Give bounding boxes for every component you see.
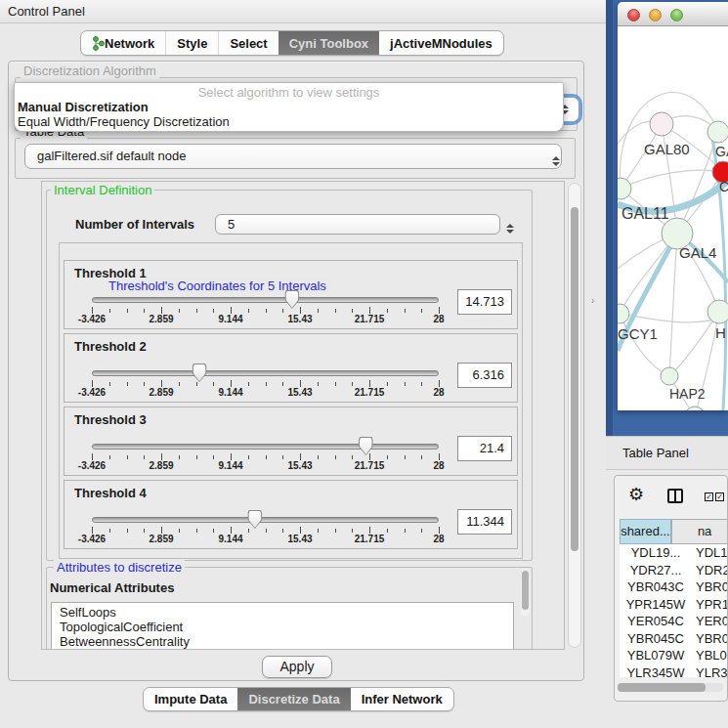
attributes-scrollbar[interactable]	[521, 569, 530, 616]
table-row[interactable]: YBL079WYBL0	[620, 647, 728, 664]
threshold-value-field[interactable]: 21.4	[457, 436, 512, 461]
threshold-value-field[interactable]: 11.344	[457, 509, 512, 535]
tab-label: Style	[177, 36, 207, 51]
network-edge[interactable]	[620, 314, 669, 376]
table-data-combobox[interactable]: galFiltered.sif default node	[24, 144, 562, 169]
scale-label: -3.426	[78, 314, 106, 324]
threshold-value-field[interactable]: 14.713	[457, 289, 512, 315]
tick-mark	[196, 382, 197, 386]
table-cell[interactable]: YER0	[692, 613, 728, 630]
column-header[interactable]: shared...	[620, 519, 671, 544]
table-cell[interactable]: YPR145W	[620, 596, 692, 614]
table-row[interactable]: YBR043CYBR0	[620, 578, 728, 596]
slider-thumb[interactable]	[359, 437, 373, 455]
node-label: GAL80	[644, 141, 690, 157]
scrollbar-thumb[interactable]	[618, 683, 706, 692]
network-canvas-svg[interactable]: GAL80GACGAL11GAL4GCY1HHAP2	[618, 26, 728, 410]
table-cell[interactable]: YDR27...	[620, 562, 692, 579]
column-settings-icon[interactable]	[667, 489, 683, 503]
tab-cyni-toolbox[interactable]: Cyni Toolbox	[278, 31, 379, 55]
tab-jactivemnodules[interactable]: jActiveMNodules	[379, 31, 503, 55]
table-cell[interactable]: YBL0	[692, 647, 728, 664]
popup-option-manual-discretization[interactable]: Manual Discretization	[15, 100, 563, 114]
table-cell[interactable]: YLR345W	[620, 664, 692, 678]
table-cell[interactable]: YER054C	[620, 613, 692, 630]
slider-ticks	[92, 379, 439, 387]
popup-option-equal-width-frequency-discretization[interactable]: Equal Width/Frequency Discretization	[15, 114, 563, 129]
tick-mark	[231, 453, 232, 460]
table-cell[interactable]: YLR3	[692, 664, 728, 678]
tab-label: Cyni Toolbox	[289, 36, 368, 51]
slider-thumb[interactable]	[247, 510, 262, 529]
tick-mark	[179, 382, 180, 386]
network-node[interactable]	[685, 407, 705, 410]
table-cell[interactable]: YDL1	[692, 544, 728, 562]
scrollbar-thumb[interactable]	[571, 207, 578, 551]
tick-mark	[196, 529, 197, 533]
table-row[interactable]: YDR27...YDR2	[620, 562, 728, 579]
threshold-slider[interactable]: -3.4262.8599.14415.4321.71528	[92, 367, 439, 399]
network-edge[interactable]	[669, 234, 677, 376]
table-cell[interactable]: YBR0	[692, 578, 728, 596]
tick-mark	[282, 529, 283, 533]
tab-style[interactable]: Style	[165, 31, 218, 55]
tab-bar: NetworkStyleSelectCyni ToolboxjActiveMNo…	[80, 30, 504, 56]
table-cell[interactable]: YBR0	[692, 630, 728, 648]
table-cell[interactable]: YDL19...	[620, 544, 692, 562]
network-node-gcy1[interactable]	[618, 304, 629, 323]
network-node-h[interactable]	[707, 300, 728, 323]
splitter-handle-icon[interactable]: ›	[591, 295, 594, 306]
threshold-slider[interactable]: -3.4262.8599.14415.4321.71528	[92, 514, 439, 545]
close-traffic-light-icon[interactable]	[627, 9, 640, 21]
tick-mark	[439, 453, 440, 460]
table-row[interactable]: YER054CYER0	[620, 613, 728, 630]
algorithm-popup-options: Manual DiscretizationEqual Width/Frequen…	[15, 100, 563, 129]
threshold-value-field[interactable]: 6.316	[457, 363, 512, 388]
tick-mark	[213, 309, 214, 313]
table-cell[interactable]: YPR1	[692, 596, 728, 614]
minimize-traffic-light-icon[interactable]	[649, 9, 662, 21]
attribute-item[interactable]: SelfLoops	[60, 605, 513, 620]
table-panel-header: Table Panel	[606, 436, 728, 470]
slider-thumb[interactable]	[284, 290, 299, 309]
zoom-traffic-light-icon[interactable]	[670, 9, 683, 21]
settings-scrollbar[interactable]	[568, 183, 581, 648]
table-row[interactable]: YBR045CYBR0	[620, 630, 728, 648]
table-cell[interactable]: YBR043C	[620, 578, 692, 596]
node-label: GAL4	[679, 244, 716, 261]
column-header[interactable]: na	[671, 519, 728, 544]
tab-network[interactable]: Network	[81, 31, 165, 55]
network-canvas[interactable]: GAL80GACGAL11GAL4GCY1HHAP2	[618, 26, 728, 410]
threshold-slider[interactable]: -3.4262.8599.14415.4321.71528	[92, 294, 439, 325]
tab-impute-data[interactable]: Impute Data	[144, 688, 237, 710]
tab-infer-network[interactable]: Infer Network	[351, 688, 453, 710]
tick-mark	[387, 382, 388, 386]
threshold-panel: Threshold 1-3.4262.8599.14415.4321.71528…	[64, 260, 518, 329]
network-node-gal80[interactable]	[650, 112, 673, 136]
scrollbar-thumb[interactable]	[522, 571, 529, 610]
network-node-ga[interactable]	[707, 121, 728, 143]
tab-select[interactable]: Select	[218, 31, 278, 55]
slider-thumb[interactable]	[193, 364, 207, 382]
table-hscrollbar[interactable]	[618, 683, 723, 692]
network-window-titlebar[interactable]	[618, 2, 728, 26]
numerical-attributes-list[interactable]: SelfLoopsTopologicalCoefficientBetweenne…	[51, 602, 514, 650]
tab-discretize-data[interactable]: Discretize Data	[237, 688, 350, 710]
threshold-slider[interactable]: -3.4262.8599.14415.4321.71528	[92, 441, 439, 472]
tick-mark	[127, 455, 128, 459]
attribute-item[interactable]: BetweennessCentrality	[60, 634, 513, 649]
table-row[interactable]: YDL19...YDL1	[620, 544, 728, 562]
table-cell[interactable]: YBR045C	[620, 630, 692, 648]
table-row[interactable]: YPR145WYPR1	[620, 596, 728, 614]
table-cell[interactable]: YBL079W	[620, 647, 692, 664]
table-row[interactable]: YLR345WYLR3	[620, 664, 728, 678]
apply-button[interactable]: Apply	[262, 656, 332, 678]
network-node-hap2[interactable]	[661, 367, 678, 385]
checkbox-icon[interactable]: ✓	[705, 492, 713, 501]
number-of-intervals-combobox[interactable]: 5	[215, 214, 500, 235]
checkbox-icon[interactable]: ✓	[715, 492, 724, 501]
attribute-item[interactable]: TopologicalCoefficient	[60, 620, 513, 634]
gear-icon[interactable]: ⚙	[628, 484, 644, 504]
number-of-intervals-label: Number of Intervals	[75, 217, 194, 232]
table-cell[interactable]: YDR2	[692, 562, 728, 579]
